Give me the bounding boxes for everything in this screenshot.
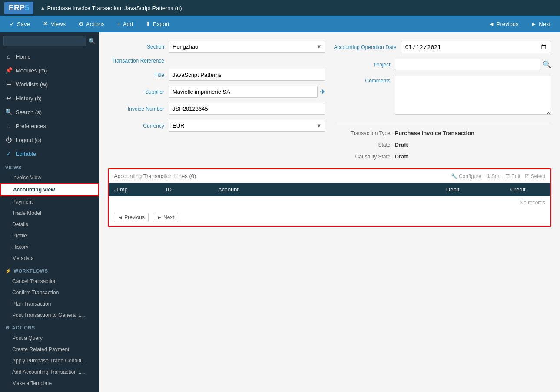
sidebar-item-history-sub[interactable]: History — [0, 241, 99, 253]
supplier-input[interactable] — [169, 86, 318, 98]
top-bar: ERP5 ▲ Purchase Invoice Transaction: Jav… — [0, 0, 560, 16]
invoice-number-input[interactable] — [169, 103, 325, 115]
sidebar-item-attach-document[interactable]: Attach Document — [0, 389, 99, 392]
actions-button[interactable]: ⚙ Actions — [73, 18, 110, 30]
previous-arrow-icon: ◄ — [489, 21, 494, 27]
comments-label: Comments — [334, 76, 391, 84]
previous-button[interactable]: ◄ Previous — [484, 19, 524, 30]
sidebar-nav: ⌂ Home 📌 Modules (m) ☰ Worklists (w) ↩ H… — [0, 49, 99, 392]
nav-buttons: ◄ Previous ► Next — [484, 19, 556, 30]
add-icon: + — [117, 20, 121, 27]
views-button[interactable]: 👁 Views — [37, 18, 71, 30]
comments-textarea[interactable] — [395, 76, 552, 115]
sidebar-item-post-transaction[interactable]: Post Transaction to General L... — [0, 310, 99, 321]
causality-state-row: Causality State Draft — [334, 153, 552, 160]
main-layout: 🔍 ⌂ Home 📌 Modules (m) ☰ Worklists (w) ↩… — [0, 32, 560, 392]
select-button[interactable]: ☑ Select — [525, 173, 545, 179]
select-icon: ☑ — [525, 173, 530, 179]
accounting-op-date-input[interactable] — [401, 41, 551, 53]
state-row: State Draft — [334, 142, 552, 148]
table-previous-button[interactable]: ◄ Previous — [114, 213, 149, 222]
state-value: Draft — [395, 142, 408, 148]
sidebar-item-accounting-view[interactable]: Accounting View — [0, 183, 99, 196]
history-icon: ↩ — [5, 95, 12, 102]
col-debit: Debit — [420, 183, 485, 196]
sidebar-item-editable[interactable]: ✓ Editable — [0, 147, 99, 161]
supplier-label: Supplier — [108, 89, 164, 95]
content-area: Section Hongzhao ▼ Transaction Reference… — [99, 32, 560, 392]
sidebar-item-worklists[interactable]: ☰ Worklists (w) — [0, 77, 99, 91]
search-icon[interactable]: 🔍 — [89, 38, 96, 44]
sidebar-item-post-query[interactable]: Post a Query — [0, 333, 99, 344]
transaction-type-label: Transaction Type — [334, 130, 391, 136]
sidebar-item-logout[interactable]: ⏻ Logout (o) — [0, 133, 99, 147]
configure-button[interactable]: 🔧 Configure — [451, 173, 481, 179]
sidebar-item-trade-model[interactable]: Trade Model — [0, 208, 99, 219]
section-row: Section Hongzhao ▼ — [108, 41, 325, 53]
sidebar-item-confirm-transaction[interactable]: Confirm Transaction — [0, 287, 99, 298]
export-button[interactable]: ⬆ Export — [140, 18, 175, 30]
preferences-icon: ≡ — [5, 122, 12, 129]
sidebar-item-payment[interactable]: Payment — [0, 196, 99, 208]
edit-button[interactable]: ☰ Edit — [505, 173, 520, 179]
workflows-section-header: ⚡WORKFLOWS — [0, 264, 99, 276]
sidebar-item-history[interactable]: ↩ History (h) — [0, 91, 99, 105]
sidebar-item-apply-purchase[interactable]: Apply Purchase Trade Conditi... — [0, 355, 99, 366]
sidebar-item-search[interactable]: 🔍 Search (s) — [0, 105, 99, 119]
add-button[interactable]: + Add — [112, 18, 138, 30]
title-row: Title — [108, 69, 325, 81]
sort-button[interactable]: ⇅ Sort — [486, 173, 501, 179]
search-input[interactable] — [3, 36, 86, 46]
sidebar-item-modules[interactable]: 📌 Modules (m) — [0, 63, 99, 77]
section-select-wrap: Hongzhao ▼ — [169, 41, 325, 53]
project-search-icon[interactable]: 🔍 — [543, 60, 551, 69]
causality-state-label: Causality State — [334, 154, 391, 160]
table-next-button[interactable]: ► Next — [153, 213, 178, 222]
sidebar-item-create-payment[interactable]: Create Related Payment — [0, 344, 99, 355]
transaction-ref-row: Transaction Reference — [108, 58, 325, 64]
section-select[interactable]: Hongzhao — [169, 41, 325, 53]
search-nav-icon: 🔍 — [5, 109, 12, 115]
sidebar-item-metadata[interactable]: Metadata — [0, 253, 99, 264]
actions-icon: ⚙ — [78, 20, 84, 27]
col-credit: Credit — [485, 183, 550, 196]
logo[interactable]: ERP5 — [4, 2, 33, 14]
sidebar-item-plan-transaction[interactable]: Plan Transaction — [0, 298, 99, 310]
sidebar-item-cancel-transaction[interactable]: Cancel Transaction — [0, 276, 99, 287]
supplier-row: Supplier ✈ — [108, 86, 325, 98]
accounting-op-date-row: Accounting Operation Date — [334, 41, 552, 53]
table-title: Accounting Transaction Lines (0) — [114, 173, 196, 179]
next-button[interactable]: ► Next — [526, 19, 556, 30]
sidebar-item-add-accounting[interactable]: Add Accounting Transaction L... — [0, 366, 99, 378]
edit-icon: ☰ — [505, 173, 510, 179]
project-input-wrap: 🔍 — [395, 59, 552, 70]
project-input[interactable] — [395, 59, 541, 70]
currency-select-wrap: EUR ▼ — [169, 120, 325, 132]
sidebar-item-home[interactable]: ⌂ Home — [0, 49, 99, 63]
sidebar-item-preferences[interactable]: ≡ Preferences — [0, 119, 99, 133]
title-input[interactable] — [169, 69, 325, 81]
save-button[interactable]: ✓ Save — [4, 18, 35, 30]
currency-label: Currency — [108, 123, 164, 129]
logout-icon: ⏻ — [5, 136, 12, 143]
home-icon: ⌂ — [5, 53, 12, 60]
sidebar-item-invoice-view[interactable]: Invoice View — [0, 172, 99, 183]
table-columns-header: Jump ID Account Debit Credit — [109, 183, 550, 196]
form-right: Accounting Operation Date Project 🔍 Comm… — [334, 41, 552, 160]
form-grid: Section Hongzhao ▼ Transaction Reference… — [108, 41, 551, 160]
col-jump: Jump — [109, 183, 161, 196]
configure-icon: 🔧 — [451, 173, 457, 179]
supplier-jump-icon[interactable]: ✈ — [320, 88, 325, 96]
sidebar-item-make-template[interactable]: Make a Template — [0, 378, 99, 389]
sidebar-item-profile[interactable]: Profile — [0, 230, 99, 241]
views-section-header: VIEWS — [0, 161, 99, 172]
views-icon: 👁 — [43, 20, 49, 27]
modules-icon: 📌 — [5, 67, 12, 74]
form-left: Section Hongzhao ▼ Transaction Reference… — [108, 41, 325, 160]
currency-select[interactable]: EUR — [169, 120, 325, 132]
sidebar-search-area: 🔍 — [0, 32, 99, 49]
causality-state-value: Draft — [395, 153, 408, 160]
page-title: ▲ Purchase Invoice Transaction: JavaScri… — [40, 5, 182, 11]
sidebar-item-details[interactable]: Details — [0, 219, 99, 230]
save-icon: ✓ — [10, 20, 15, 27]
